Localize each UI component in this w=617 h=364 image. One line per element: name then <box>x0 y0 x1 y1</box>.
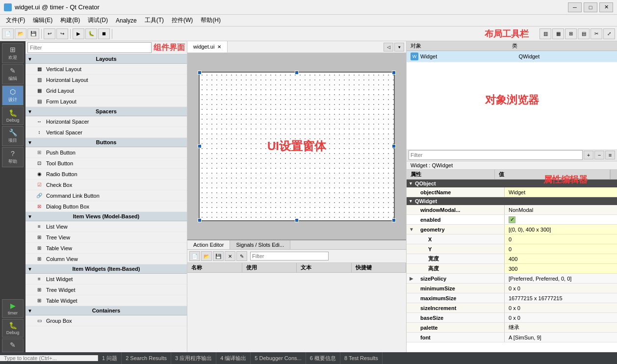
run-bottom-icon[interactable]: ▶ timer <box>2 299 24 318</box>
debug-bottom-icon[interactable]: 🐛 Debug <box>2 319 24 338</box>
close-button[interactable]: ✕ <box>599 2 613 12</box>
action-save-button[interactable]: 💾 <box>213 251 224 261</box>
menu-item----h-[interactable]: 帮助(H) <box>197 15 225 26</box>
welcome-icon[interactable]: ⊞ 欢迎 <box>2 43 24 63</box>
property-filter-input[interactable] <box>409 150 583 160</box>
widget-filter-input[interactable] <box>27 42 152 53</box>
locate-input[interactable] <box>4 355 94 361</box>
action-edit-button[interactable]: ✎ <box>236 251 247 261</box>
resize-handle-bc[interactable] <box>295 218 299 222</box>
obj-row-widget[interactable]: W Widget QWidget <box>407 51 617 62</box>
compile-output-tab[interactable]: 4 编译输出 <box>216 352 251 364</box>
category-layouts[interactable]: ▼ Layouts <box>26 54 187 64</box>
resize-handle-ml[interactable] <box>198 144 202 148</box>
edit-icon[interactable]: ✎ 编辑 <box>2 64 24 84</box>
general-messages-tab[interactable]: 6 概要信息 <box>306 352 340 364</box>
prop-value-sizeincrement[interactable]: 0 x 0 <box>505 303 617 312</box>
search-results-tab[interactable]: 2 Search Results <box>122 352 171 364</box>
menu-item----e-[interactable]: 编辑(E) <box>29 15 56 26</box>
resize-handle-tl[interactable] <box>198 71 202 75</box>
resize-handle-bl[interactable] <box>198 218 202 222</box>
stop-button[interactable]: ⏹ <box>98 28 110 39</box>
action-delete-button[interactable]: ✕ <box>225 251 235 261</box>
tab-menu-button[interactable]: ▾ <box>394 43 404 52</box>
widget-item-tree-widget[interactable]: ⊞ Tree Widget <box>26 285 187 295</box>
category-containers[interactable]: ▼ Containers <box>26 306 187 315</box>
action-add-button[interactable]: 📄 <box>189 251 200 261</box>
geometry-expand[interactable]: ▼ <box>407 227 416 232</box>
edit-bottom-icon[interactable]: ✎ <box>2 338 24 352</box>
debug-button[interactable]: 🐛 <box>85 28 97 39</box>
prop-scrollbar[interactable] <box>610 170 617 179</box>
prop-value-windowmodal[interactable]: NonModal <box>505 205 617 214</box>
tab-close-button[interactable]: ✕ <box>217 44 221 50</box>
widget-item-vertical-layout[interactable]: ▦ Vertical Layout <box>26 64 187 75</box>
build-button[interactable]: ▶ <box>73 28 84 39</box>
layout-v-button[interactable]: ▦ <box>552 28 564 39</box>
category-buttons[interactable]: ▼ Buttons <box>26 138 187 147</box>
open-file-button[interactable]: 📂 <box>15 28 26 39</box>
category-spacers[interactable]: ▼ Spacers <box>26 107 187 116</box>
widget-item-column-view[interactable]: ⊞ Column View <box>26 254 187 264</box>
action-editor-tab[interactable]: Action Editor <box>187 240 230 249</box>
widget-item-radio-button[interactable]: ◉ Radio Button <box>26 169 187 180</box>
menu-item----w-[interactable]: 控件(W) <box>168 15 197 26</box>
prop-value-font[interactable]: A [SimSun, 9] <box>505 333 617 342</box>
sizepolicy-expand[interactable]: ▶ <box>407 276 416 281</box>
form-canvas[interactable]: UI设置窗体 <box>199 72 395 221</box>
design-icon[interactable]: ⬡ 设计 <box>2 85 24 105</box>
prop-add-button[interactable]: + <box>584 151 593 159</box>
prop-value-geometry[interactable]: [(0, 0), 400 x 300] <box>505 225 617 234</box>
prop-value-x[interactable]: 0 <box>505 234 617 244</box>
prop-value-maximumsize[interactable]: 16777215 x 16777215 <box>505 293 617 303</box>
prop-menu-button[interactable]: ≡ <box>605 151 615 159</box>
signals-slots-tab[interactable]: Signals / Slots Edi... <box>230 240 290 249</box>
menu-item----b-[interactable]: 构建(B) <box>56 15 84 26</box>
menu-item----t-[interactable]: 工具(T) <box>141 15 168 26</box>
widget-item-dialog-button-box[interactable]: ⊠ Dialog Button Box <box>26 201 187 212</box>
widget-item-grid-layout[interactable]: ▦ Grid Layout <box>26 85 187 96</box>
widget-item-tree-view[interactable]: ⊞ Tree View <box>26 232 187 243</box>
prop-value-width[interactable]: 400 <box>505 254 617 263</box>
debugger-console-tab[interactable]: 5 Debugger Cons... <box>251 352 306 364</box>
menu-item----f-[interactable]: 文件(F) <box>2 15 29 26</box>
prop-value-basesize[interactable]: 0 x 0 <box>505 313 617 322</box>
prop-value-y[interactable]: 0 <box>505 244 617 254</box>
widget-item-horizontal-spacer[interactable]: ↔ Horizontal Spacer <box>26 116 187 127</box>
resize-handle-mr[interactable] <box>392 144 396 148</box>
redo-button[interactable]: ↪ <box>56 28 68 39</box>
adjust-size-button[interactable]: ⤢ <box>603 28 615 39</box>
widget-item-tool-button[interactable]: ⊡ Tool Button <box>26 158 187 169</box>
qobject-section-header[interactable]: ▼ QObject <box>407 180 617 187</box>
resize-handle-tr[interactable] <box>392 71 396 75</box>
widget-item-horizontal-layout[interactable]: ▥ Horizontal Layout <box>26 75 187 85</box>
tab-pin-button[interactable]: ◁ <box>384 43 393 52</box>
prop-value-height[interactable]: 300 <box>505 264 617 273</box>
widget-ui-tab[interactable]: widget.ui ✕ <box>187 41 228 52</box>
issues-tab[interactable]: 1 问题 <box>98 352 122 364</box>
help-icon[interactable]: ? 帮助 <box>2 147 24 167</box>
widget-item-list-widget[interactable]: ≡ List Widget <box>26 274 187 285</box>
maximize-button[interactable]: □ <box>584 2 597 12</box>
prop-value-sizepolicy[interactable]: [Preferred, Preferred, 0, 0] <box>505 274 617 283</box>
prop-value-enabled[interactable]: ✓ <box>505 215 617 224</box>
undo-button[interactable]: ↩ <box>44 28 55 39</box>
save-file-button[interactable]: 💾 <box>27 28 39 39</box>
prop-value-objectname[interactable]: Widget <box>505 187 617 197</box>
project-icon[interactable]: 🔧 项目 <box>2 126 24 146</box>
layout-h-button[interactable]: ▥ <box>540 28 551 39</box>
menu-item-analyze[interactable]: Analyze <box>112 16 141 25</box>
widget-item-vertical-spacer[interactable]: ↕ Vertical Spacer <box>26 127 187 138</box>
menu-item----d-[interactable]: 调试(D) <box>84 15 112 26</box>
resize-handle-br[interactable] <box>392 218 396 222</box>
category-item-widgets[interactable]: ▼ Item Widgets (Item-Based) <box>26 264 187 274</box>
new-file-button[interactable]: 📄 <box>2 28 14 39</box>
widget-item-command-link-button[interactable]: 🔗 Command Link Button <box>26 190 187 201</box>
qwidget-section-header[interactable]: ▼ QWidget <box>407 197 617 205</box>
resize-handle-tc[interactable] <box>295 71 299 75</box>
minimize-button[interactable]: ─ <box>568 2 582 12</box>
widget-item-table-view[interactable]: ⊞ Table View <box>26 243 187 254</box>
widget-item-form-layout[interactable]: ▤ Form Layout <box>26 96 187 107</box>
prop-remove-button[interactable]: − <box>594 151 604 159</box>
category-item-views[interactable]: ▼ Item Views (Model-Based) <box>26 212 187 221</box>
